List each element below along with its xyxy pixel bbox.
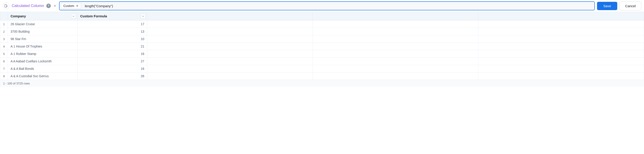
cell-empty[interactable]: [478, 73, 644, 80]
chevron-down-icon: [72, 15, 74, 17]
formula-bar[interactable]: Custom ✕: [59, 1, 595, 10]
cancel-button[interactable]: Cancel: [620, 2, 641, 10]
rownum-header: [0, 12, 8, 21]
cell-company[interactable]: A A Aabad Cuellars Locksmth: [8, 58, 78, 65]
table-row: 4A 1 House Of Trophies21: [0, 43, 644, 50]
cell-company[interactable]: A 1 House Of Trophies: [8, 43, 78, 50]
column-header-label: Company: [10, 14, 26, 18]
cell-empty[interactable]: [147, 50, 313, 58]
cell-formula-value[interactable]: 21: [78, 43, 147, 50]
cell-empty[interactable]: [147, 65, 313, 73]
column-menu-formula[interactable]: [141, 14, 146, 19]
page-title: Calculated Column: [12, 4, 44, 8]
data-table: Company Custom Formula: [0, 12, 644, 80]
cell-empty[interactable]: [147, 58, 313, 65]
table-footer: 1 - 100 of 3725 rows: [0, 80, 644, 87]
column-header-label: Custom Formula: [80, 14, 107, 18]
cell-empty[interactable]: [313, 35, 478, 43]
column-header-company[interactable]: Company: [8, 12, 78, 21]
cell-empty[interactable]: [478, 28, 644, 35]
column-header-empty[interactable]: [147, 12, 313, 21]
table-row: 6A A Aabad Cuellars Locksmth27: [0, 58, 644, 65]
save-button[interactable]: Save: [597, 2, 617, 10]
row-number: 6: [0, 58, 8, 65]
column-menu-company[interactable]: [71, 14, 76, 19]
table-row: 8A & A Custodial Svc Gerrus26: [0, 73, 644, 80]
cell-company[interactable]: 3700 Building: [8, 28, 78, 35]
cell-empty[interactable]: [147, 21, 313, 28]
table-row: 23700 Building13: [0, 28, 644, 35]
data-table-wrapper: Company Custom Formula: [0, 12, 644, 80]
cell-empty[interactable]: [147, 73, 313, 80]
cell-empty[interactable]: [313, 65, 478, 73]
column-header-empty[interactable]: [313, 12, 478, 21]
cell-formula-value[interactable]: 16: [78, 65, 147, 73]
cell-formula-value[interactable]: 17: [78, 21, 147, 28]
cell-empty[interactable]: [147, 28, 313, 35]
chevron-down-icon: [142, 15, 144, 17]
table-row: 5A 1 Rubber Stamp16: [0, 50, 644, 58]
cell-empty[interactable]: [478, 58, 644, 65]
cell-empty[interactable]: [313, 73, 478, 80]
row-count-status: 1 - 100 of 3725 rows: [3, 82, 30, 85]
row-number: 1: [0, 21, 8, 28]
cell-formula-value[interactable]: 10: [78, 35, 147, 43]
cell-empty[interactable]: [313, 50, 478, 58]
svg-rect-0: [5, 5, 6, 7]
cell-formula-value[interactable]: 16: [78, 50, 147, 58]
cell-empty[interactable]: [313, 28, 478, 35]
cell-company[interactable]: A & A Bail Bonds: [8, 65, 78, 73]
cell-empty[interactable]: [313, 43, 478, 50]
add-column-button[interactable]: [3, 3, 10, 9]
table-row: 126 Glacier Cruise17: [0, 21, 644, 28]
equals-sign: =: [54, 4, 56, 8]
row-number: 8: [0, 73, 8, 80]
row-number: 2: [0, 28, 8, 35]
formula-type-tag[interactable]: Custom ✕: [61, 3, 81, 9]
column-header-empty[interactable]: [478, 12, 644, 21]
row-number: 3: [0, 35, 8, 43]
row-number: 5: [0, 50, 8, 58]
cell-empty[interactable]: [478, 21, 644, 28]
cell-empty[interactable]: [147, 43, 313, 50]
cell-company[interactable]: A & A Custodial Svc Gerrus: [8, 73, 78, 80]
cell-empty[interactable]: [478, 43, 644, 50]
cell-empty[interactable]: [313, 21, 478, 28]
cell-formula-value[interactable]: 26: [78, 73, 147, 80]
formula-toolbar: Calculated Column ? = Custom ✕ Save Canc…: [0, 0, 644, 12]
formula-tag-label: Custom: [63, 4, 74, 8]
cell-empty[interactable]: [478, 65, 644, 73]
column-header-formula[interactable]: Custom Formula: [78, 12, 147, 21]
row-number: 7: [0, 65, 8, 73]
table-row: 398 Star Fm10: [0, 35, 644, 43]
cell-formula-value[interactable]: 27: [78, 58, 147, 65]
formula-input[interactable]: [82, 2, 594, 10]
cell-empty[interactable]: [147, 35, 313, 43]
cell-formula-value[interactable]: 13: [78, 28, 147, 35]
cell-empty[interactable]: [478, 35, 644, 43]
close-icon[interactable]: ✕: [76, 4, 79, 8]
add-column-icon: [4, 4, 8, 8]
row-number: 4: [0, 43, 8, 50]
cell-company[interactable]: A 1 Rubber Stamp: [8, 50, 78, 58]
cell-company[interactable]: 26 Glacier Cruise: [8, 21, 78, 28]
table-row: 7A & A Bail Bonds16: [0, 65, 644, 73]
cell-empty[interactable]: [313, 58, 478, 65]
cell-empty[interactable]: [478, 50, 644, 58]
cell-company[interactable]: 98 Star Fm: [8, 35, 78, 43]
help-icon[interactable]: ?: [46, 4, 51, 8]
